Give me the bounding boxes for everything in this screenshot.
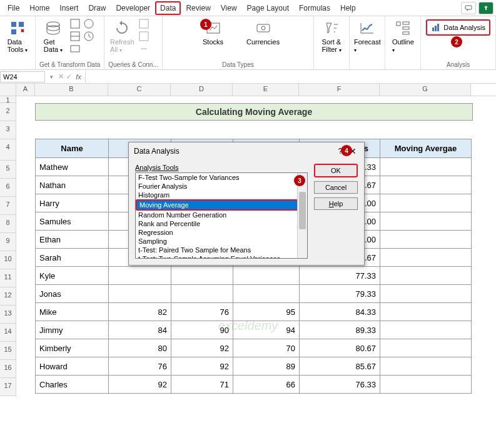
forecast-button[interactable]: Forecast▾ <box>353 18 381 54</box>
row-header[interactable]: 13 <box>0 306 16 324</box>
listbox-item[interactable]: Regression <box>136 228 307 237</box>
listbox-item[interactable]: t-Test: Paired Two Sample for Means <box>136 246 307 254</box>
cell-science[interactable] <box>171 285 233 303</box>
select-all-corner[interactable] <box>0 84 16 96</box>
cell-math[interactable]: 76 <box>109 357 171 376</box>
row-header[interactable]: 15 <box>0 342 16 360</box>
col-header-c[interactable]: C <box>108 84 171 96</box>
cell-math[interactable] <box>109 267 171 285</box>
share-button[interactable] <box>478 2 493 14</box>
listbox-item[interactable]: Histogram <box>136 191 307 199</box>
from-text-icon[interactable] <box>69 18 81 29</box>
cell-lit[interactable]: 89 <box>233 357 300 376</box>
edit-links-icon[interactable] <box>138 43 149 54</box>
listbox-item[interactable]: F-Test Two-Sample for Variances <box>136 173 307 182</box>
refresh-all-button[interactable]: RefreshAll ▾ <box>108 18 136 54</box>
cell-moving[interactable] <box>380 339 472 357</box>
cell-name[interactable]: Charles <box>36 376 109 394</box>
col-header-f[interactable]: F <box>299 84 380 96</box>
cell-math[interactable]: 82 <box>109 303 171 321</box>
cell-moving[interactable] <box>380 285 472 303</box>
cell-name[interactable]: Harry <box>36 194 109 212</box>
sort-filter-button[interactable]: Sort &Filter ▾ <box>318 18 345 54</box>
sheet-title[interactable]: Calculating Moving Average <box>35 103 473 121</box>
row-header[interactable]: 16 <box>0 360 16 378</box>
tab-insert[interactable]: Insert <box>54 1 83 15</box>
row-header[interactable]: 6 <box>0 179 16 197</box>
cell-avg[interactable]: 85.67 <box>300 357 380 376</box>
row-header[interactable]: 5 <box>0 161 16 179</box>
row-header[interactable]: 17 <box>0 378 16 396</box>
cell-science[interactable]: 71 <box>171 376 233 394</box>
comments-button[interactable] <box>461 2 476 14</box>
listbox-item[interactable]: t-Test: Two-Sample Assuming Equal Varian… <box>136 254 307 259</box>
help-button[interactable]: Help <box>314 197 358 210</box>
tab-pagelayout[interactable]: Page Layout <box>242 1 294 15</box>
listbox-item[interactable]: Fourier Analysis <box>136 182 307 191</box>
from-web-icon[interactable] <box>83 18 94 29</box>
listbox-item[interactable]: Rank and Percentile <box>136 219 307 228</box>
fx-button[interactable]: fx <box>74 71 86 82</box>
cell-name[interactable]: Samules <box>36 212 109 231</box>
cell-science[interactable]: 92 <box>171 339 233 357</box>
cell-avg[interactable]: 79.33 <box>300 285 380 303</box>
row-header[interactable]: 10 <box>0 251 16 269</box>
cancel-formula-icon[interactable]: ✕ <box>58 72 64 81</box>
cell-lit[interactable] <box>233 267 300 285</box>
col-header-g[interactable]: G <box>380 84 471 96</box>
cell-moving[interactable] <box>380 267 472 285</box>
cell-moving[interactable] <box>380 376 472 394</box>
cell-avg[interactable]: 84.33 <box>300 303 380 321</box>
cell-math[interactable]: 92 <box>109 376 171 394</box>
cell-moving[interactable] <box>380 194 472 212</box>
row-header[interactable]: 14 <box>0 324 16 342</box>
tab-formulas[interactable]: Formulas <box>294 1 335 15</box>
cell-lit[interactable]: 95 <box>233 303 300 321</box>
col-header-b[interactable]: B <box>35 84 108 96</box>
cell-lit[interactable]: 94 <box>233 321 300 339</box>
cell-name[interactable]: Ethan <box>36 231 109 249</box>
recent-icon[interactable] <box>83 31 94 42</box>
currencies-button[interactable]: Currencies <box>245 18 282 47</box>
row-header[interactable]: 8 <box>0 215 16 233</box>
col-header-a[interactable]: A <box>16 84 35 96</box>
cell-name[interactable]: Kyle <box>36 267 109 285</box>
get-data-button[interactable]: GetData ▾ <box>39 18 67 54</box>
tab-draw[interactable]: Draw <box>83 1 111 15</box>
scroll-thumb[interactable] <box>299 192 306 229</box>
cell-name[interactable]: Mike <box>36 303 109 321</box>
cell-moving[interactable] <box>380 321 472 339</box>
header-moving[interactable]: Moving Avergae <box>380 139 472 158</box>
cell-moving[interactable] <box>380 212 472 231</box>
cell-moving[interactable] <box>380 158 472 176</box>
row-header[interactable]: 2 <box>0 103 16 121</box>
tab-review[interactable]: Review <box>181 1 215 15</box>
col-header-d[interactable]: D <box>171 84 233 96</box>
data-tools-button[interactable]: DataTools ▾ <box>4 18 31 54</box>
enter-formula-icon[interactable]: ✓ <box>66 72 72 81</box>
row-header[interactable]: 11 <box>0 269 16 287</box>
cell-avg[interactable]: 76.33 <box>300 376 380 394</box>
cell-name[interactable]: Kimberly <box>36 339 109 357</box>
cell-avg[interactable]: 77.33 <box>300 267 380 285</box>
row-header[interactable]: 9 <box>0 233 16 251</box>
ok-button[interactable]: OK <box>314 164 358 177</box>
listbox-item[interactable]: Random Number Generation <box>136 211 307 219</box>
row-header[interactable]: 3 <box>0 121 16 139</box>
row-header[interactable]: 4 <box>0 139 16 161</box>
cell-name[interactable]: Sarah <box>36 249 109 267</box>
tab-data[interactable]: Data <box>155 1 181 15</box>
cell-math[interactable]: 84 <box>109 321 171 339</box>
cell-name[interactable]: Mathew <box>36 158 109 176</box>
row-header[interactable]: 1 <box>0 96 16 103</box>
cell-science[interactable]: 90 <box>171 321 233 339</box>
cell-moving[interactable] <box>380 176 472 194</box>
row-header[interactable]: 12 <box>0 287 16 306</box>
row-header[interactable]: 7 <box>0 197 16 215</box>
cell-moving[interactable] <box>380 303 472 321</box>
cell-name[interactable]: Jimmy <box>36 321 109 339</box>
header-name[interactable]: Name <box>36 139 109 158</box>
cell-science[interactable]: 92 <box>171 357 233 376</box>
tab-view[interactable]: View <box>216 1 242 15</box>
cell-math[interactable]: 80 <box>109 339 171 357</box>
